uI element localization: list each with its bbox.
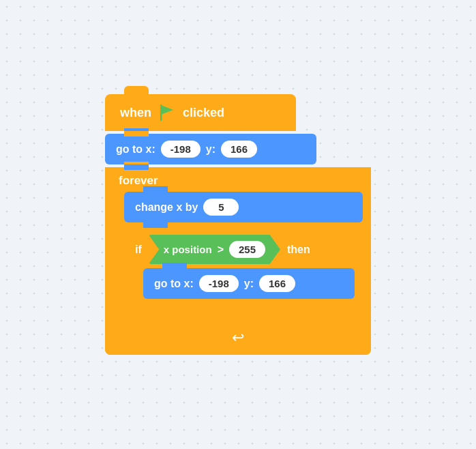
goto-block-1[interactable]: go to x: -198 y: 166	[105, 134, 316, 164]
forever-bottom: ↩	[105, 322, 371, 355]
change-x-value[interactable]: 5	[203, 199, 239, 216]
goto-label-1: go to x:	[116, 143, 155, 156]
then-label: then	[287, 244, 310, 256]
scratch-block-stack: when clicked go to x: -198 y: 166 foreve…	[105, 94, 371, 355]
if-header: if x position > 255 then	[124, 228, 363, 268]
operator-label: >	[218, 244, 224, 256]
change-x-label: change x by	[135, 201, 198, 214]
svg-marker-0	[161, 105, 173, 115]
goto-label-2: go to x:	[154, 278, 194, 290]
goto2-y-value[interactable]: 166	[259, 275, 295, 292]
goto-block-2[interactable]: go to x: -198 y: 166	[143, 268, 355, 299]
goto1-y-value[interactable]: 166	[221, 141, 257, 158]
repeat-arrow-icon: ↩	[232, 329, 244, 347]
if-block: if x position > 255 then go to x: -198 y…	[124, 228, 363, 317]
change-x-block[interactable]: change x by 5	[124, 192, 363, 222]
when-clicked-block[interactable]: when clicked	[105, 94, 296, 131]
goto2-x-value[interactable]: -198	[199, 275, 239, 292]
when-label: when	[120, 106, 151, 120]
goto1-x-value[interactable]: -198	[161, 141, 200, 158]
svg-rect-1	[160, 104, 162, 121]
comparator-value[interactable]: 255	[229, 241, 265, 258]
forever-block: forever change x by 5 if x position > 25…	[105, 167, 371, 355]
green-flag-icon	[158, 104, 176, 121]
clicked-label: clicked	[183, 106, 224, 120]
if-inner: go to x: -198 y: 166	[143, 268, 355, 306]
goto2-y-label: y:	[244, 278, 254, 290]
goto1-y-label: y:	[206, 143, 215, 156]
condition-hex[interactable]: x position > 255	[149, 235, 280, 264]
forever-inner: change x by 5 if x position > 255 then	[124, 192, 363, 322]
if-label: if	[135, 244, 142, 256]
condition-label: x position	[164, 244, 212, 255]
